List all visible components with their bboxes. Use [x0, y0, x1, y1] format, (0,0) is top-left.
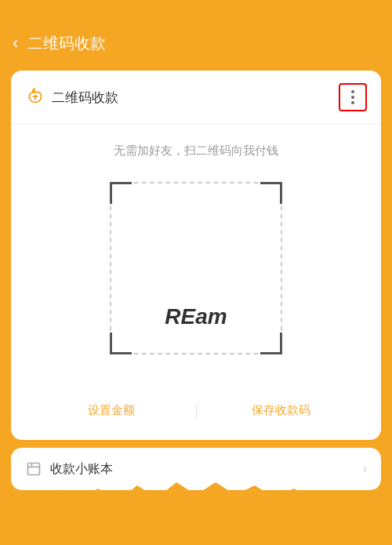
- page-title: 二维码收款: [27, 33, 106, 54]
- card-subtitle: 无需加好友，扫二维码向我付钱: [114, 144, 278, 158]
- qr-code-container: REam: [110, 182, 282, 354]
- card-body: 无需加好友，扫二维码向我付钱 REam: [11, 125, 381, 397]
- account-book-item[interactable]: 收款小账本 ›: [11, 448, 381, 490]
- set-amount-button[interactable]: 设置金额: [27, 397, 196, 424]
- more-button[interactable]: [339, 83, 367, 111]
- svg-rect-0: [28, 463, 40, 475]
- more-dot-2: [351, 96, 354, 99]
- account-book-label: 收款小账本: [50, 461, 363, 478]
- torn-bottom-decoration: [0, 482, 392, 545]
- money-bag-icon: [25, 87, 45, 107]
- book-icon: [25, 460, 42, 478]
- qr-overlay-text: REam: [165, 304, 227, 329]
- chevron-right-icon: ›: [363, 462, 367, 476]
- corner-br: [260, 332, 282, 354]
- status-bar: [0, 0, 392, 24]
- corner-tr: [260, 182, 282, 204]
- main-card: 二维码收款 无需加好友，扫二维码向我付钱 REam 设置金额 保存收款码: [11, 71, 381, 440]
- card-header-title: 二维码收款: [52, 89, 118, 107]
- back-button[interactable]: ‹: [13, 33, 18, 53]
- qr-code-area: REam: [110, 182, 282, 354]
- card-actions: 设置金额 保存收款码: [11, 397, 381, 440]
- card-header-left: 二维码收款: [25, 87, 118, 107]
- more-dot-1: [351, 90, 354, 93]
- save-code-button[interactable]: 保存收款码: [197, 397, 366, 424]
- bottom-section: 收款小账本 ›: [11, 448, 381, 490]
- more-dot-3: [351, 101, 354, 104]
- corner-bl: [110, 332, 132, 354]
- nav-bar: ‹ 二维码收款: [0, 24, 392, 63]
- corner-tl: [110, 182, 132, 204]
- card-header: 二维码收款: [11, 71, 381, 125]
